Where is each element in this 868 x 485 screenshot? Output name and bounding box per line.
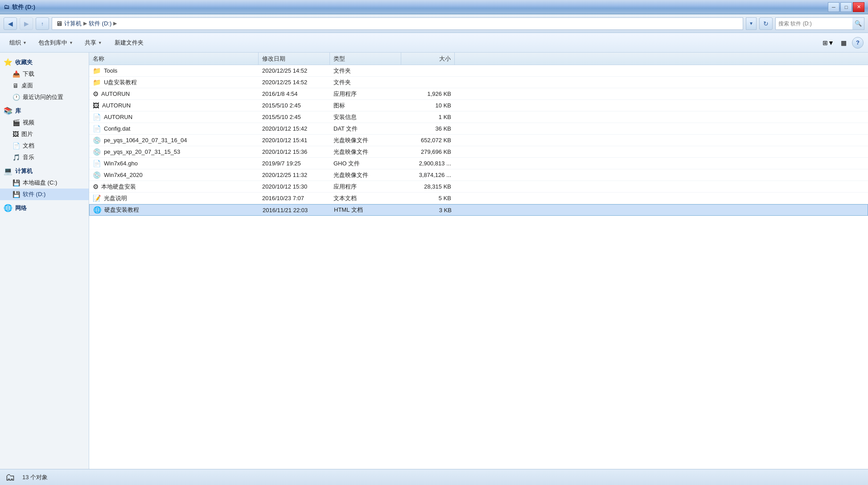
sidebar-header-favorites[interactable]: ⭐ 收藏夹 — [0, 56, 89, 68]
status-count: 13 个对象 — [22, 473, 48, 481]
file-date-cell: 2016/1/8 4:54 — [259, 88, 330, 99]
share-dropdown-arrow: ▼ — [98, 41, 102, 45]
file-size-cell — [401, 77, 455, 88]
file-date-cell: 2015/5/10 2:45 — [259, 100, 330, 111]
sidebar-header-library[interactable]: 📚 库 — [0, 105, 89, 117]
help-button[interactable]: ? — [852, 37, 864, 49]
favorites-icon: ⭐ — [4, 58, 12, 66]
table-row[interactable]: 📁 U盘安装教程 2020/12/25 14:52 文件夹 — [89, 77, 868, 88]
sidebar-item-recent[interactable]: 🕐 最近访问的位置 — [0, 91, 89, 103]
file-type-icon: 📄 — [93, 113, 101, 121]
recent-label: 最近访问的位置 — [23, 93, 63, 101]
sidebar-header-computer[interactable]: 💻 计算机 — [0, 165, 89, 177]
file-name-cell: 📄 Win7x64.gho — [89, 158, 259, 169]
table-row[interactable]: 💿 pe_yqs_1064_20_07_31_16_04 2020/10/12 … — [89, 135, 868, 146]
table-row[interactable]: ⚙ AUTORUN 2016/1/8 4:54 应用程序 1,926 KB — [89, 88, 868, 100]
path-computer[interactable]: 计算机 — [64, 20, 82, 28]
include-library-button[interactable]: 包含到库中 ▼ — [33, 36, 78, 50]
table-row[interactable]: 🖼 AUTORUN 2015/5/10 2:45 图标 10 KB — [89, 100, 868, 111]
file-date-cell: 2019/9/7 19:25 — [259, 158, 330, 169]
file-name-cell: 📄 Config.dat — [89, 123, 259, 134]
file-type-icon: 💿 — [93, 136, 101, 144]
back-button[interactable]: ◀ — [4, 17, 17, 30]
window-icon: 🗂 — [4, 4, 9, 10]
search-button[interactable]: 🔍 — [852, 18, 864, 29]
file-size-cell: 279,696 KB — [401, 146, 455, 157]
close-button[interactable]: ✕ — [853, 2, 864, 12]
column-header-name[interactable]: 名称 — [89, 53, 259, 65]
network-icon: 🌐 — [4, 204, 12, 212]
file-name: pe_yqs_1064_20_07_31_16_04 — [104, 137, 187, 144]
status-app-icon: 🗂 — [5, 472, 15, 483]
titlebar-controls: ─ □ ✕ — [828, 2, 864, 12]
new-folder-button[interactable]: 新建文件夹 — [109, 36, 149, 50]
favorites-label: 收藏夹 — [15, 58, 33, 66]
titlebar: 🗂 软件 (D:) ─ □ ✕ — [0, 0, 868, 14]
column-header-type[interactable]: 类型 — [330, 53, 401, 65]
sidebar-item-image[interactable]: 🖼 图片 — [0, 128, 89, 140]
column-header-modified[interactable]: 修改日期 — [259, 53, 330, 65]
table-row[interactable]: 📝 光盘说明 2016/10/23 7:07 文本文档 5 KB — [89, 193, 868, 204]
addressbar: ◀ ▶ ↑ 🖥 计算机 ▶ 软件 (D:) ▶ ▼ ↻ 🔍 — [0, 14, 868, 33]
file-date-cell: 2016/11/21 22:03 — [259, 205, 330, 215]
sidebar-item-downloads[interactable]: 📥 下载 — [0, 68, 89, 80]
forward-button[interactable]: ▶ — [20, 17, 33, 30]
path-icon: 🖥 — [56, 20, 62, 27]
sidebar-item-software-d[interactable]: 💾 软件 (D:) — [0, 189, 89, 200]
refresh-button[interactable]: ↻ — [759, 17, 773, 30]
file-name: pe_yqs_xp_20_07_31_15_53 — [104, 148, 180, 155]
table-row[interactable]: 📄 AUTORUN 2015/5/10 2:45 安装信息 1 KB — [89, 111, 868, 123]
file-date-cell: 2020/12/25 11:32 — [259, 169, 330, 181]
sidebar-section-library: 📚 库 🎬 视频 🖼 图片 📄 文档 🎵 音乐 — [0, 105, 89, 163]
file-type-cell: 光盘映像文件 — [330, 135, 401, 146]
search-input[interactable] — [776, 21, 852, 27]
share-button[interactable]: 共享 ▼ — [80, 36, 107, 50]
maximize-button[interactable]: □ — [840, 2, 852, 12]
file-type-cell: DAT 文件 — [330, 123, 401, 134]
sidebar-item-music[interactable]: 🎵 音乐 — [0, 152, 89, 163]
table-row[interactable]: 💿 Win7x64_2020 2020/12/25 11:32 光盘映像文件 3… — [89, 169, 868, 181]
document-icon: 📄 — [12, 142, 20, 149]
network-label: 网络 — [15, 204, 27, 212]
address-dropdown[interactable]: ▼ — [746, 17, 757, 30]
file-name: Config.dat — [104, 125, 130, 132]
library-label: 库 — [15, 107, 21, 115]
file-type-cell: 安装信息 — [330, 111, 401, 123]
file-name: AUTORUN — [102, 102, 131, 109]
file-name-cell: 🌐 硬盘安装教程 — [90, 205, 259, 215]
file-type-cell: 文本文档 — [330, 193, 401, 204]
table-row[interactable]: 💿 pe_yqs_xp_20_07_31_15_53 2020/10/12 15… — [89, 146, 868, 158]
file-size-cell: 28,315 KB — [401, 181, 455, 192]
organize-button[interactable]: 组织 ▼ — [4, 36, 32, 50]
sidebar-header-network[interactable]: 🌐 网络 — [0, 202, 89, 214]
sidebar-item-document[interactable]: 📄 文档 — [0, 140, 89, 152]
drive-d-icon: 💾 — [12, 191, 20, 198]
table-row[interactable]: 📄 Win7x64.gho 2019/9/7 19:25 GHO 文件 2,90… — [89, 158, 868, 169]
path-arrow-1: ▶ — [83, 21, 87, 26]
column-header-size[interactable]: 大小 — [401, 53, 455, 65]
minimize-button[interactable]: ─ — [828, 2, 839, 12]
file-size-cell: 3,874,126 ... — [401, 169, 455, 181]
table-row[interactable]: ⚙ 本地硬盘安装 2020/10/12 15:30 应用程序 28,315 KB — [89, 181, 868, 193]
file-type-cell: GHO 文件 — [330, 158, 401, 169]
file-name: U盘安装教程 — [104, 78, 137, 86]
view-options-button[interactable]: ⊞▼ — [822, 37, 835, 49]
file-size-cell: 36 KB — [401, 123, 455, 134]
sidebar-item-desktop[interactable]: 🖥 桌面 — [0, 80, 89, 91]
statusbar: 🗂 13 个对象 — [0, 469, 868, 485]
table-row[interactable]: 🌐 硬盘安装教程 2016/11/21 22:03 HTML 文档 3 KB — [89, 204, 868, 216]
file-name: Win7x64_2020 — [104, 172, 143, 178]
file-type-icon: ⚙ — [93, 90, 99, 98]
table-row[interactable]: 📁 Tools 2020/12/25 14:52 文件夹 — [89, 65, 868, 77]
organize-dropdown-arrow: ▼ — [23, 41, 27, 45]
sidebar-item-video[interactable]: 🎬 视频 — [0, 117, 89, 128]
downloads-icon: 📥 — [12, 70, 20, 78]
sidebar-item-local-c[interactable]: 💾 本地磁盘 (C:) — [0, 177, 89, 189]
file-type-cell: 文件夹 — [330, 77, 401, 88]
up-button[interactable]: ↑ — [36, 17, 49, 30]
organize-label: 组织 — [9, 39, 21, 47]
preview-pane-button[interactable]: ▦ — [837, 37, 850, 49]
table-row[interactable]: 📄 Config.dat 2020/10/12 15:42 DAT 文件 36 … — [89, 123, 868, 135]
path-drive[interactable]: 软件 (D:) — [89, 20, 111, 28]
file-type-icon: 📄 — [93, 125, 101, 133]
